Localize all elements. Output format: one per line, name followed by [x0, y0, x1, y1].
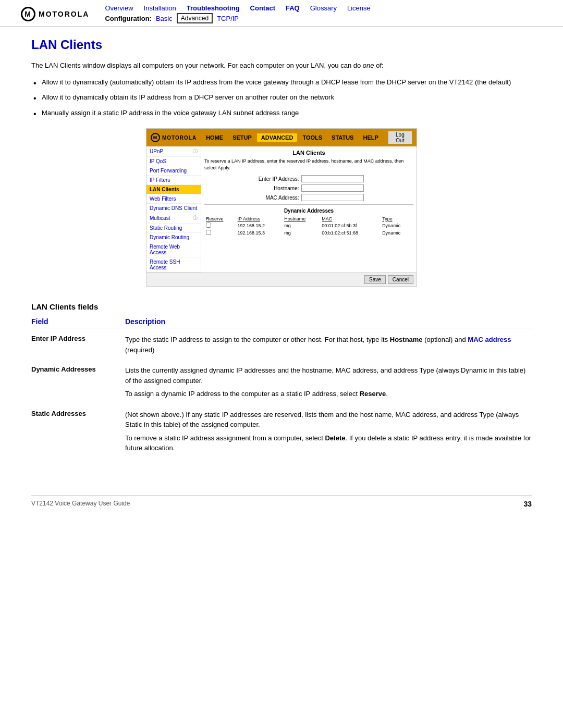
form-row-hostname: Hostname:: [204, 184, 413, 192]
device-save-button[interactable]: Save: [364, 275, 386, 284]
cell-type-2: Dynamic: [381, 229, 413, 237]
bold-delete: Delete: [325, 434, 345, 442]
col-header-desc: Description: [125, 317, 532, 326]
sidebar-item-portfwd[interactable]: Port Forwarding: [146, 166, 201, 176]
device-header: M MOTOROLA HOME SETUP ADVANCED TOOLS STA…: [146, 129, 417, 146]
footer-left: VT2142 Voice Gateway User Guide: [31, 500, 130, 508]
cell-hostname-1: mg: [283, 222, 320, 229]
cell-ip-2: 192.168.15.3: [236, 229, 283, 237]
sidebar-item-multicast[interactable]: Multicast ⓘ: [146, 213, 201, 224]
nav-installation[interactable]: Installation: [144, 4, 176, 12]
page-footer: VT2142 Voice Gateway User Guide 33: [31, 495, 532, 512]
fields-table-header: Field Description: [31, 317, 532, 328]
col-header-field: Field: [31, 317, 125, 326]
nav-row-2: Configuration: Basic Advanced TCP/IP: [105, 13, 370, 23]
sidebar-item-remotewebaccess[interactable]: Remote Web Access: [146, 242, 201, 257]
form-input-mac[interactable]: [301, 194, 364, 201]
dev-nav-help[interactable]: HELP: [359, 133, 382, 142]
bullet-item-1: Allow it to dynamically (automatically) …: [31, 77, 532, 88]
device-m-icon: M: [151, 133, 160, 142]
col-ip: IP Address: [236, 216, 283, 222]
fields-section-title: LAN Clients fields: [31, 302, 532, 311]
table-row: 192.168.15.2 mg 00:01:02:cf:5b:3f Dynami…: [204, 222, 413, 229]
sidebar-item-upnp[interactable]: UPnP ⓘ: [146, 146, 201, 157]
device-cancel-button[interactable]: Cancel: [388, 275, 413, 284]
nav-row-1: Overview Installation Troubleshooting Co…: [105, 4, 370, 12]
sidebar-label-dynamicrouting: Dynamic Routing: [150, 235, 189, 240]
cell-hostname-2: mg: [283, 229, 320, 237]
page-title: LAN Clients: [31, 38, 532, 52]
dynamic-section-title: Dynamic Addresses: [204, 208, 413, 214]
sidebar-label-ipfilters: IP Filters: [150, 177, 170, 183]
nav-glossary[interactable]: Glossary: [310, 4, 337, 12]
info-icon-multicast: ⓘ: [193, 215, 198, 221]
sidebar-label-remotewebaccess: Remote Web Access: [150, 244, 198, 255]
fields-section: LAN Clients fields Field Description Ent…: [31, 302, 532, 456]
device-main-title: LAN Clients: [204, 150, 413, 156]
sidebar-item-webfilters[interactable]: Web Filters: [146, 194, 201, 204]
field-desc-dynamic: Lists the currently assigned dynamic IP …: [125, 365, 532, 402]
sidebar-label-ddns: Dynamic DNS Client: [150, 205, 197, 211]
field-name-ip: Enter IP Address: [31, 335, 125, 342]
device-logo-text: MOTOROLA: [162, 135, 197, 141]
sidebar-item-ddns[interactable]: Dynamic DNS Client: [146, 204, 201, 213]
link-mac-address[interactable]: MAC address: [468, 336, 511, 343]
field-desc-dynamic-text1: Lists the currently assigned dynamic IP …: [125, 365, 532, 386]
form-label-ip: Enter IP Address:: [254, 176, 301, 182]
sidebar-label-remotessh: Remote SSH Access: [150, 259, 198, 270]
dev-nav-advanced[interactable]: ADVANCED: [257, 133, 298, 142]
dev-nav-tools[interactable]: TOOLS: [298, 133, 326, 142]
nav-contact[interactable]: Contact: [250, 4, 275, 12]
nav-troubleshooting[interactable]: Troubleshooting: [187, 4, 240, 12]
sidebar-label-upnp: UPnP: [150, 149, 163, 154]
sidebar-item-remotessh[interactable]: Remote SSH Access: [146, 257, 201, 273]
nav-config-tcpip[interactable]: TCP/IP: [217, 15, 239, 22]
cell-type-1: Dynamic: [381, 222, 413, 229]
sidebar-item-ipqos[interactable]: IP QoS: [146, 157, 201, 166]
motorola-text: MOTOROLA: [39, 10, 89, 18]
nav-faq[interactable]: FAQ: [286, 4, 300, 12]
nav-license[interactable]: License: [347, 4, 371, 12]
field-desc-ip-text: Type the static IP address to assign to …: [125, 335, 532, 355]
field-desc-static-text1: (Not shown above.) If any static IP addr…: [125, 410, 532, 430]
dev-nav-status[interactable]: STATUS: [327, 133, 358, 142]
field-name-static: Static Addresses: [31, 410, 125, 417]
nav-overview[interactable]: Overview: [105, 4, 133, 12]
form-row-ip: Enter IP Address:: [204, 175, 413, 182]
sidebar-label-staticrouting: Static Routing: [150, 225, 182, 231]
sidebar-item-ipfilters[interactable]: IP Filters: [146, 176, 201, 185]
form-row-mac: MAC Address:: [204, 194, 413, 201]
bullet-list: Allow it to dynamically (automatically) …: [31, 77, 532, 118]
sidebar-item-lanclients[interactable]: LAN Clients: [146, 185, 201, 194]
cell-reserve-2: [204, 229, 236, 237]
dev-logout-button[interactable]: Log Out: [388, 131, 412, 144]
field-row-ip: Enter IP Address Type the static IP addr…: [31, 335, 532, 358]
bullet-item-3: Manually assign it a static IP address i…: [31, 108, 532, 118]
field-row-dynamic: Dynamic Addresses Lists the currently as…: [31, 365, 532, 402]
sidebar-label-multicast: Multicast: [150, 215, 170, 221]
device-info-text: To reserve a LAN IP address, enter the r…: [204, 158, 413, 171]
col-type: Type: [381, 216, 413, 222]
nav-config-basic[interactable]: Basic: [156, 15, 173, 22]
field-desc-static-text2: To remove a static IP address assignment…: [125, 433, 532, 453]
reserve-checkbox-2[interactable]: [206, 230, 211, 235]
sidebar-item-dynamicrouting[interactable]: Dynamic Routing: [146, 233, 201, 242]
form-input-hostname[interactable]: [301, 184, 364, 192]
device-screenshot: M MOTOROLA HOME SETUP ADVANCED TOOLS STA…: [146, 128, 417, 287]
form-input-ip[interactable]: [301, 175, 364, 182]
device-main-panel: LAN Clients To reserve a LAN IP address,…: [201, 146, 417, 273]
intro-text-end: of:: [376, 61, 383, 69]
dev-nav-setup[interactable]: SETUP: [228, 133, 256, 142]
device-nav: HOME SETUP ADVANCED TOOLS STATUS HELP: [202, 133, 383, 142]
cell-reserve-1: [204, 222, 236, 229]
intro-paragraph: The LAN Clients window displays all comp…: [31, 60, 532, 71]
form-label-hostname: Hostname:: [254, 186, 301, 191]
cell-mac-2: 00:b1:02:cf:51:68: [320, 229, 381, 237]
col-hostname: Hostname: [283, 216, 320, 222]
motorola-m-icon: M: [21, 7, 35, 21]
intro-italic: one: [363, 61, 374, 69]
nav-config-advanced[interactable]: Advanced: [177, 13, 213, 23]
sidebar-item-staticrouting[interactable]: Static Routing: [146, 224, 201, 233]
dev-nav-home[interactable]: HOME: [202, 133, 227, 142]
reserve-checkbox-1[interactable]: [206, 223, 211, 228]
